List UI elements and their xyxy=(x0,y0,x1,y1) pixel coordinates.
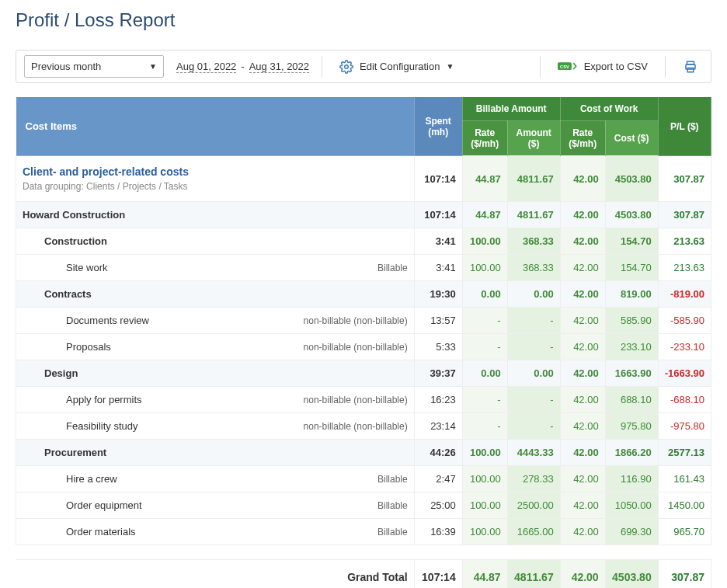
date-from[interactable]: Aug 01, 2022 xyxy=(176,61,236,73)
row-name[interactable]: Howard Construction xyxy=(23,209,125,221)
report-table: Cost Items Spent (mh) Billable Amount Co… xyxy=(16,97,711,588)
chevron-down-icon: ▼ xyxy=(149,62,157,71)
th-cost-of-work: Cost of Work xyxy=(560,97,658,121)
table-row: Order equipmentBillable25:00100.002500.0… xyxy=(16,492,711,519)
table-row: Procurement44:26100.004443.3342.001866.2… xyxy=(16,440,711,466)
period-select-label: Previous month xyxy=(31,61,101,72)
row-name: Apply for permits xyxy=(23,394,142,405)
th-bill-rate[interactable]: Rate ($/mh) xyxy=(462,121,507,156)
billable-tag: Billable xyxy=(377,263,408,273)
row-name: Feasibility study xyxy=(23,420,137,432)
row-name[interactable]: Design xyxy=(23,367,78,379)
svg-point-0 xyxy=(345,64,349,68)
row-name: Order materials xyxy=(23,526,136,538)
table-row: Site workBillable3:41100.00368.3342.0015… xyxy=(16,255,711,281)
table-row: Howard Construction107:1444.874811.6742.… xyxy=(16,202,711,228)
row-name: Documents review xyxy=(23,315,149,326)
th-cost-sub[interactable]: Cost ($) xyxy=(605,121,658,156)
row-name: Site work xyxy=(23,262,107,273)
row-name: Proposals xyxy=(23,341,111,353)
table-row: Proposalsnon-billable (non-billable)5:33… xyxy=(16,334,711,360)
th-bill-amount-sub[interactable]: Amount ($) xyxy=(507,121,560,156)
table-row: Design39:370.000.0042.001663.90-1663.90 xyxy=(16,360,711,387)
export-csv-button[interactable]: CSV Export to CSV xyxy=(553,57,652,77)
row-name[interactable]: Procurement xyxy=(23,447,106,458)
billable-tag: Billable xyxy=(377,500,408,511)
chevron-down-icon: ▼ xyxy=(446,62,454,71)
row-name: Order equipment xyxy=(23,499,142,511)
billable-tag: non-billable (non-billable) xyxy=(304,315,408,326)
period-select[interactable]: Previous month ▼ xyxy=(24,55,164,78)
section-name[interactable]: Client- and project-related costs xyxy=(23,165,189,178)
billable-tag: non-billable (non-billable) xyxy=(304,342,408,353)
print-icon xyxy=(683,60,698,74)
billable-tag: non-billable (non-billable) xyxy=(304,421,408,432)
page-title: Profit / Loss Report xyxy=(16,9,711,31)
grand-total-label: Grand Total xyxy=(16,560,415,589)
th-cost-rate[interactable]: Rate ($/mh) xyxy=(560,121,605,156)
table-row: Feasibility studynon-billable (non-billa… xyxy=(16,413,711,440)
billable-tag: non-billable (non-billable) xyxy=(304,395,408,405)
th-spent[interactable]: Spent (mh) xyxy=(414,97,462,156)
table-row: Contracts19:300.000.0042.00819.00-819.00 xyxy=(16,281,711,308)
grand-total-row: Grand Total107:1444.874811.6742.004503.8… xyxy=(16,560,711,589)
csv-icon: CSV xyxy=(558,60,578,74)
th-cost-items[interactable]: Cost Items xyxy=(16,97,415,156)
billable-tag: Billable xyxy=(377,527,408,538)
export-csv-label: Export to CSV xyxy=(584,61,648,72)
toolbar: Previous month ▼ Aug 01, 2022 - Aug 31, … xyxy=(16,50,711,83)
date-to[interactable]: Aug 31, 2022 xyxy=(249,61,309,73)
th-billable-amount: Billable Amount xyxy=(462,97,560,121)
section-grouping: Data grouping: Clients / Projects / Task… xyxy=(23,181,408,192)
row-name[interactable]: Contracts xyxy=(23,288,92,300)
svg-text:CSV: CSV xyxy=(560,64,569,68)
table-row: Apply for permitsnon-billable (non-billa… xyxy=(16,387,711,413)
gear-icon xyxy=(339,60,353,74)
date-range: Aug 01, 2022 - Aug 31, 2022 xyxy=(176,61,309,73)
edit-configuration-button[interactable]: Edit Configuration ▼ xyxy=(335,57,458,77)
table-row: Hire a crewBillable2:47100.00278.3342.00… xyxy=(16,466,711,492)
th-pl[interactable]: P/L ($) xyxy=(658,97,711,156)
table-row: Construction3:41100.00368.3342.00154.702… xyxy=(16,228,711,255)
billable-tag: Billable xyxy=(377,474,408,485)
section-row: Client- and project-related costs Data g… xyxy=(16,156,711,202)
table-row: Order materialsBillable16:39100.001665.0… xyxy=(16,519,711,545)
row-name[interactable]: Construction xyxy=(23,235,107,247)
print-button[interactable] xyxy=(678,57,703,77)
edit-configuration-label: Edit Configuration xyxy=(360,61,440,72)
table-row: Documents reviewnon-billable (non-billab… xyxy=(16,308,711,334)
row-name: Hire a crew xyxy=(23,473,117,485)
